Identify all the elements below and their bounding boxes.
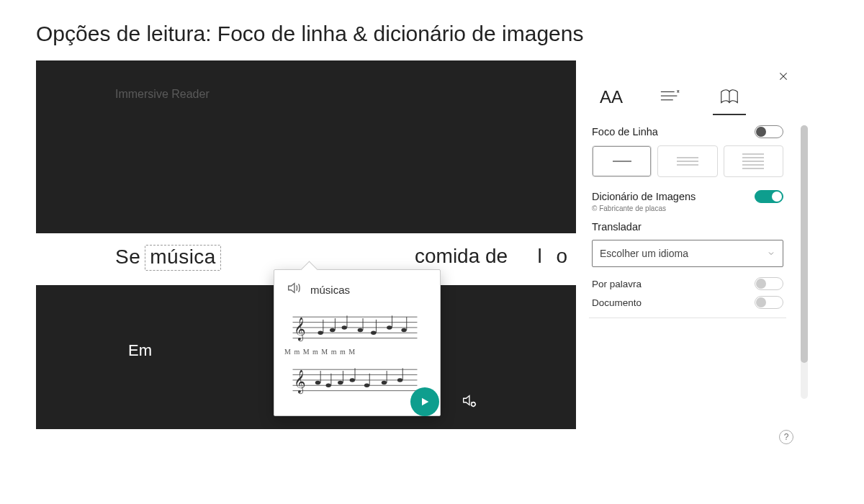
play-button[interactable] [410, 387, 439, 416]
sidebar-tabs: AA [595, 84, 786, 111]
focus-line-text: Se música [115, 245, 221, 271]
focus-five-lines-button[interactable] [724, 145, 783, 177]
svg-point-28 [326, 384, 331, 388]
speaker-icon[interactable] [286, 280, 302, 299]
document-toggle[interactable] [755, 296, 783, 309]
next-line-preview: Em [128, 341, 152, 360]
line-focus-options [592, 145, 783, 177]
scroll-thumb[interactable] [801, 125, 808, 363]
picture-dictionary-label: Dicionário de Imagens [592, 191, 696, 202]
picture-dictionary-row: Dicionário de Imagens [592, 190, 783, 203]
tab-text-aa-label: AA [600, 87, 623, 107]
translate-language-select[interactable]: Escolher um idioma [592, 240, 783, 267]
by-word-toggle[interactable] [755, 277, 783, 290]
word-mid: comida de [415, 245, 508, 268]
svg-point-26 [315, 381, 320, 385]
picture-dictionary-credit: © Fabricante de placas [592, 204, 786, 212]
svg-text:𝄞: 𝄞 [294, 369, 306, 395]
svg-text:𝄞: 𝄞 [294, 317, 306, 342]
dictionary-word: músicas [310, 284, 350, 296]
playback-controls [410, 387, 477, 416]
translate-row: Transladar [592, 221, 783, 233]
translate-placeholder: Escolher um idioma [600, 248, 688, 259]
reader-app-label: Immersive Reader [115, 88, 210, 101]
svg-point-38 [397, 378, 402, 382]
svg-point-30 [338, 381, 343, 385]
picture-dictionary-toggle[interactable] [755, 190, 783, 203]
dictionary-header: músicas [274, 270, 440, 303]
workspace: Immersive Reader Se música comida de l o… [36, 60, 799, 464]
chevron-down-icon [767, 249, 775, 258]
reader-panel: Immersive Reader Se música comida de l o… [36, 60, 576, 429]
sidebar-divider [589, 318, 786, 318]
svg-point-36 [382, 381, 387, 385]
page-title: Opções de leitura: Foco de linha & dicio… [0, 0, 864, 60]
document-row: Documento [592, 296, 783, 309]
help-icon[interactable]: ? [779, 430, 793, 444]
focus-one-line-button[interactable] [592, 145, 652, 177]
by-word-label: Por palavra [592, 279, 642, 289]
svg-point-6 [318, 331, 323, 336]
document-label: Documento [592, 297, 642, 308]
line-focus-row: Foco de Linha [592, 125, 783, 138]
line-focus-toggle[interactable] [755, 125, 783, 138]
tab-grammar-options[interactable] [654, 84, 687, 111]
focus-three-lines-button[interactable] [657, 145, 717, 177]
svg-point-34 [364, 384, 369, 388]
line-focus-label: Foco de Linha [592, 126, 658, 138]
svg-point-14 [371, 331, 376, 336]
tab-text-preferences[interactable]: AA [595, 84, 628, 111]
close-icon[interactable] [773, 66, 793, 86]
translate-label: Transladar [592, 221, 642, 233]
svg-point-8 [330, 328, 335, 333]
sidebar-scrollbar[interactable] [801, 125, 808, 399]
svg-point-12 [358, 328, 363, 333]
by-word-row: Por palavra [592, 277, 783, 290]
svg-point-10 [342, 325, 347, 330]
svg-point-18 [401, 328, 406, 333]
dictionary-image: 𝄞 M m M m M m m M [283, 306, 431, 398]
svg-point-32 [350, 378, 355, 382]
svg-point-16 [387, 325, 392, 330]
reading-options-sidebar: AA Foco de Linha Dicionário de Imagens ©… [576, 60, 799, 446]
voice-settings-icon[interactable] [461, 392, 477, 411]
word-right-fragment: l o [537, 245, 572, 268]
word-before: Se [115, 246, 140, 269]
tab-reading-preferences[interactable] [713, 84, 746, 111]
selected-word[interactable]: música [145, 245, 221, 271]
